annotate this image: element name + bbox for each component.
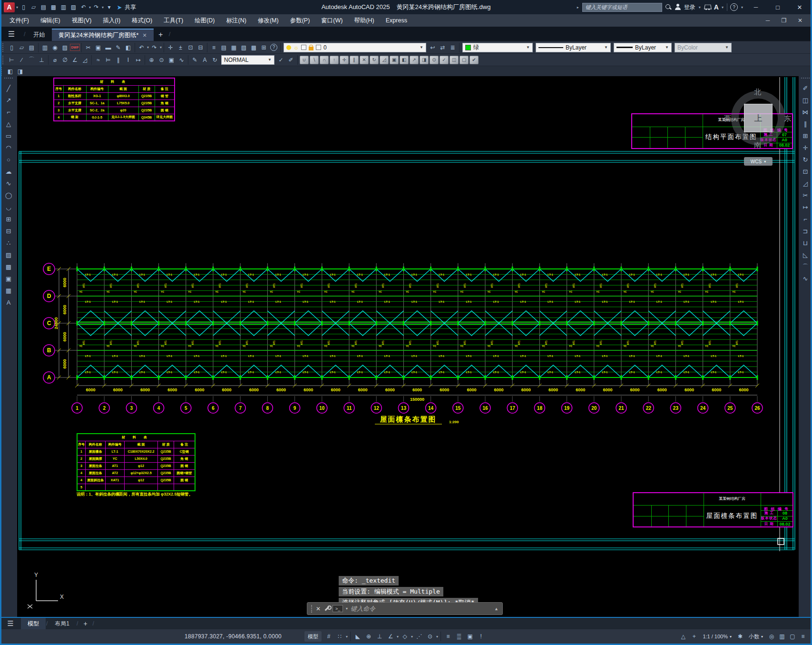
- angular-dim-icon[interactable]: ∠: [70, 55, 80, 65]
- mtext-icon[interactable]: A: [2, 297, 15, 308]
- search-icon[interactable]: [665, 4, 672, 10]
- jogged-dim-icon[interactable]: ◿: [80, 55, 90, 65]
- radius-dim-icon[interactable]: ⌀: [50, 55, 60, 65]
- undo-icon[interactable]: ↶: [137, 42, 147, 52]
- zoom-realtime-icon[interactable]: ±: [176, 42, 186, 52]
- continue-dim-icon[interactable]: ∥: [113, 55, 123, 65]
- diameter-dim-icon[interactable]: ∅: [60, 55, 70, 65]
- qat-print-icon[interactable]: ▨: [68, 2, 78, 12]
- qat-saveas-icon[interactable]: ▩: [49, 2, 59, 12]
- help-chevron-icon[interactable]: ▾: [741, 5, 743, 10]
- layout1-tab[interactable]: 布局1: [48, 618, 76, 629]
- taper-faces-icon[interactable]: ◿: [380, 56, 389, 64]
- app-menu-chevron-icon[interactable]: ▾: [16, 5, 18, 10]
- annotation-scale-dropdown[interactable]: 1:1 / 100%▾: [700, 631, 734, 642]
- sign-in-chevron-icon[interactable]: ▾: [699, 5, 701, 10]
- qat-undo-icon[interactable]: ↶: [78, 2, 88, 12]
- clean-screen-icon[interactable]: ▢: [787, 631, 798, 642]
- polar-tracking-icon-flyout[interactable]: ▾: [397, 635, 399, 639]
- region-icon[interactable]: ▣: [2, 273, 15, 285]
- point-icon[interactable]: ∴: [2, 237, 15, 249]
- shell-icon[interactable]: ▢: [460, 56, 469, 64]
- command-prompt-chevron-icon[interactable]: ▾: [346, 606, 348, 611]
- qsave-icon[interactable]: ▤: [27, 42, 37, 52]
- plot-icon[interactable]: ▥: [40, 42, 50, 52]
- fillet-icon[interactable]: ⌒: [799, 261, 812, 273]
- dim-edit-icon[interactable]: ✎: [190, 55, 200, 65]
- menu-6[interactable]: 工具(T): [158, 14, 189, 27]
- imprint-icon[interactable]: ⊙: [430, 56, 439, 64]
- copy-faces-icon[interactable]: ▣: [390, 56, 399, 64]
- dwf-icon[interactable]: DWF: [70, 44, 80, 51]
- copy-edges-icon[interactable]: ↗: [410, 56, 419, 64]
- inspection-icon[interactable]: ▣: [166, 55, 176, 65]
- menu-4[interactable]: 插入(I): [97, 14, 126, 27]
- dim-override-icon[interactable]: ✐: [286, 55, 296, 65]
- polyline-icon[interactable]: ⌐: [2, 106, 15, 118]
- color-edges-icon[interactable]: ◨: [420, 56, 429, 64]
- model-tab[interactable]: 模型: [21, 618, 46, 629]
- viewcube-top-face[interactable]: 上: [744, 104, 773, 132]
- menu-12[interactable]: 帮助(H): [348, 14, 380, 27]
- open-icon[interactable]: ▱: [17, 42, 27, 52]
- viewcube-north-label[interactable]: 北: [754, 88, 761, 97]
- rectangle-icon[interactable]: ▭: [2, 130, 15, 142]
- line-icon[interactable]: ╱: [2, 82, 15, 94]
- layer-viewport-icon[interactable]: [301, 45, 306, 50]
- palette-grip[interactable]: [801, 78, 810, 80]
- color-faces-icon[interactable]: ◧: [400, 56, 409, 64]
- pan-icon[interactable]: ✛: [166, 42, 176, 52]
- object-snap-tracking-icon[interactable]: ⋰: [414, 631, 424, 642]
- matchprop-icon[interactable]: ✎: [113, 42, 123, 52]
- ortho-mode-icon[interactable]: ⊥: [374, 631, 385, 642]
- layer-merge-icon[interactable]: ≣: [448, 42, 458, 52]
- ellipse-arc-icon[interactable]: ◡: [2, 201, 15, 213]
- command-prompt-icon[interactable]: >_: [333, 605, 343, 612]
- sign-in-button[interactable]: 登录: [684, 3, 695, 11]
- menu-9[interactable]: 修改(M): [252, 14, 284, 27]
- layer-thaw-icon[interactable]: ☼: [293, 44, 299, 51]
- qat-new-icon[interactable]: ▯: [19, 2, 29, 12]
- edit-block-icon[interactable]: ◧: [123, 42, 133, 52]
- join-icon[interactable]: ⊔: [799, 237, 812, 249]
- drawing-canvas[interactable]: LT-1LT-1LT-1LT-1YCYCAT1AT1LT-1LT-1LT-1LT…: [17, 76, 799, 617]
- selection-cycling-icon[interactable]: ▣: [465, 631, 475, 642]
- share-plane-icon[interactable]: ➤: [114, 2, 125, 12]
- menu-10[interactable]: 参数(P): [284, 14, 316, 27]
- dim-space-icon[interactable]: I: [123, 55, 133, 65]
- menu-13[interactable]: Express: [380, 14, 413, 27]
- palette-grip[interactable]: [4, 78, 13, 80]
- isolate-objects-icon[interactable]: ◎: [766, 631, 777, 642]
- doc-close-button[interactable]: ✕: [792, 17, 808, 24]
- layer-isolate-icon[interactable]: ▧: [239, 42, 249, 52]
- jog-line-icon[interactable]: ∿: [176, 55, 186, 65]
- close-button[interactable]: ✕: [790, 1, 809, 13]
- minimize-button[interactable]: ─: [746, 1, 765, 13]
- publish-icon[interactable]: ▨: [60, 42, 70, 52]
- units-dropdown[interactable]: 小数▾: [746, 631, 766, 642]
- share-button[interactable]: 共享: [125, 3, 136, 11]
- zoom-previous-icon[interactable]: ⊟: [196, 42, 205, 52]
- menu-8[interactable]: 标注(N): [221, 14, 252, 27]
- copy-icon[interactable]: ◫: [799, 94, 812, 106]
- autocad-app-logo-icon[interactable]: A: [4, 2, 15, 12]
- linetype-dropdown-arrow-icon[interactable]: ▼: [604, 45, 608, 50]
- dimstyle-dropdown[interactable]: NORMAL ▼: [221, 55, 274, 65]
- qat-redo-icon-flyout[interactable]: ▾: [102, 5, 104, 10]
- clean-icon[interactable]: ✓: [440, 56, 449, 64]
- extend-icon[interactable]: ↦: [799, 201, 812, 213]
- redo-icon-flyout[interactable]: ▾: [160, 45, 162, 50]
- hatch-icon[interactable]: ▨: [2, 249, 15, 261]
- qnew-icon[interactable]: ▯: [7, 42, 17, 52]
- annotation-monitor-icon[interactable]: !: [476, 631, 486, 642]
- layer-previous-icon[interactable]: ↩: [428, 42, 438, 52]
- redo-icon[interactable]: ↷: [149, 42, 159, 52]
- tab-close-icon[interactable]: ✕: [142, 32, 147, 39]
- autoscale-icon[interactable]: +: [689, 631, 699, 642]
- layer-dropdown[interactable]: ☼ 0 ▼: [284, 43, 426, 52]
- edit-reference-icon[interactable]: ◧: [5, 66, 15, 76]
- viewcube-east-label[interactable]: 东: [784, 114, 791, 123]
- circle-icon[interactable]: ○: [2, 154, 15, 166]
- user-icon[interactable]: [675, 4, 681, 10]
- arclength-dim-icon[interactable]: ⌒: [27, 55, 37, 65]
